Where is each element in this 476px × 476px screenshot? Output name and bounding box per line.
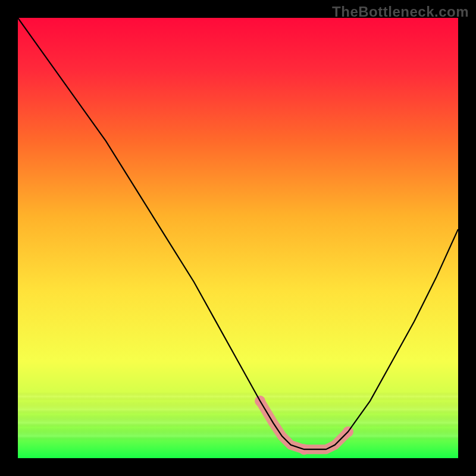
chart-container: TheBottleneck.com [0, 0, 476, 476]
chart-svg [18, 18, 458, 458]
plot-area [18, 18, 458, 458]
gradient-banding [18, 18, 458, 458]
watermark-label: TheBottleneck.com [332, 4, 469, 20]
